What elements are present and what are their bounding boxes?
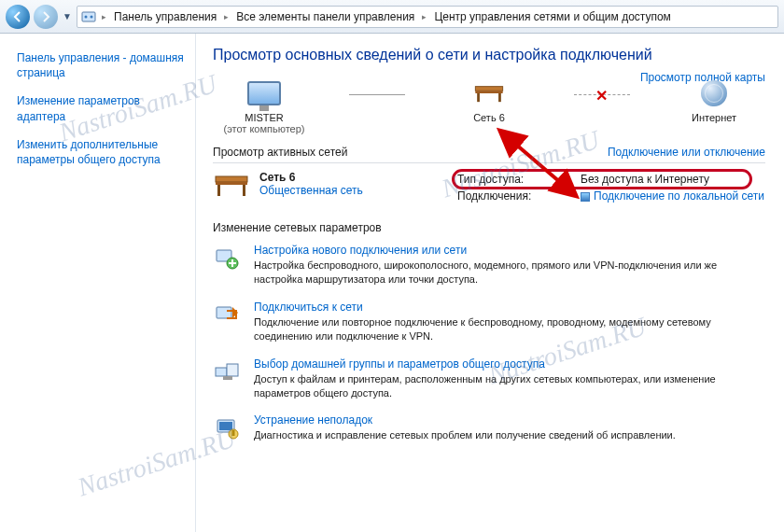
map-link-ok <box>349 94 405 95</box>
svg-rect-9 <box>217 185 220 196</box>
option-title[interactable]: Устранение неполадок <box>254 413 676 427</box>
troubleshoot-icon <box>213 413 241 441</box>
homegroup-icon <box>213 357 241 385</box>
address-bar[interactable]: ▸ Панель управления ▸ Все элементы панел… <box>77 6 778 28</box>
content-pane: Просмотр основных сведений о сети и наст… <box>196 34 784 532</box>
connection-link[interactable]: Подключение по локальной сети <box>581 188 764 204</box>
svg-rect-6 <box>498 93 501 102</box>
svg-point-1 <box>85 15 88 18</box>
bench-icon <box>213 171 250 201</box>
option-title[interactable]: Выбор домашней группы и параметров общег… <box>254 357 739 371</box>
svg-rect-14 <box>216 368 227 376</box>
node-pc-label: MISTER <box>213 112 315 123</box>
svg-rect-10 <box>243 185 245 196</box>
connect-network-icon <box>213 301 241 329</box>
active-networks-header-row: Просмотр активных сетей Подключение или … <box>213 146 765 159</box>
node-network-label: Сеть 6 <box>438 112 540 123</box>
network-type-link[interactable]: Общественная сеть <box>259 184 363 197</box>
svg-rect-4 <box>475 91 502 93</box>
breadcrumb-all-items[interactable]: Все элементы панели управления <box>234 10 416 23</box>
node-this-computer[interactable]: MISTER (этот компьютер) <box>213 77 315 134</box>
option-title[interactable]: Настройка нового подключения или сети <box>254 244 739 257</box>
globe-icon <box>701 80 727 106</box>
option-desc: Диагностика и исправление сетевых пробле… <box>254 428 676 442</box>
svg-point-2 <box>91 15 93 18</box>
node-internet-label: Интернет <box>663 112 765 123</box>
connection-error-icon: ✕ <box>595 87 608 105</box>
option-troubleshoot: Устранение неполадок Диагностика и испра… <box>213 413 765 442</box>
settings-header: Изменение сетевых параметров <box>213 221 765 234</box>
access-type-label: Тип доступа: <box>457 171 569 188</box>
option-new-connection: Настройка нового подключения или сети На… <box>213 244 765 287</box>
computer-icon <box>247 81 281 105</box>
svg-rect-16 <box>223 376 232 380</box>
network-map: Просмотр полной карты MISTER (этот компь… <box>213 77 765 134</box>
breadcrumb-network-center[interactable]: Центр управления сетями и общим доступом <box>432 10 673 23</box>
bench-icon <box>471 83 507 104</box>
svg-rect-5 <box>477 93 480 102</box>
option-homegroup: Выбор домашней группы и параметров общег… <box>213 357 765 401</box>
lan-icon <box>581 192 590 202</box>
new-connection-icon <box>213 244 241 272</box>
active-networks-label: Просмотр активных сетей <box>213 146 347 159</box>
nav-forward-button[interactable] <box>34 5 58 29</box>
option-connect-network: Подключиться к сети Подключение или повт… <box>213 301 765 344</box>
node-pc-sublabel: (этот компьютер) <box>213 123 315 134</box>
page-title: Просмотр основных сведений о сети и наст… <box>213 47 765 63</box>
nav-back-button[interactable] <box>6 5 30 29</box>
full-map-link[interactable]: Просмотр полной карты <box>640 71 765 84</box>
sidebar-sharing-link[interactable]: Изменить дополнительные параметры общего… <box>17 137 184 167</box>
sidebar-home-link[interactable]: Панель управления - домашняя страница <box>17 50 184 80</box>
sidebar-adapter-link[interactable]: Изменение параметров адаптера <box>17 93 184 123</box>
chevron-right-icon: ▸ <box>100 12 108 21</box>
toolbar: ▼ ▸ Панель управления ▸ Все элементы пан… <box>0 0 784 34</box>
svg-rect-3 <box>475 87 502 91</box>
svg-rect-7 <box>216 176 247 182</box>
svg-rect-0 <box>82 12 95 21</box>
sidebar: Панель управления - домашняя страница Из… <box>0 34 196 532</box>
option-title[interactable]: Подключиться к сети <box>254 301 739 314</box>
option-desc: Доступ к файлам и принтерам, расположенн… <box>254 372 739 401</box>
breadcrumb-control-panel[interactable]: Панель управления <box>112 10 218 23</box>
chevron-right-icon: ▸ <box>222 12 231 21</box>
nav-history-dropdown[interactable]: ▼ <box>62 11 73 21</box>
svg-rect-13 <box>217 307 231 318</box>
svg-rect-8 <box>216 182 247 185</box>
node-internet[interactable]: Интернет <box>663 77 765 134</box>
access-type-value: Без доступа к Интернету <box>581 171 709 188</box>
map-link-broken: ✕ <box>574 94 630 95</box>
active-network-block: Сеть 6 Общественная сеть Тип доступа: Бе… <box>213 171 765 204</box>
connections-label: Подключения: <box>457 188 569 204</box>
option-desc: Подключение или повторное подключение к … <box>254 315 739 344</box>
svg-rect-20 <box>232 430 235 436</box>
network-name: Сеть 6 <box>259 171 363 184</box>
connection-link-text: Подключение по локальной сети <box>594 189 764 203</box>
option-desc: Настройка беспроводного, широкополосного… <box>254 259 739 287</box>
svg-rect-18 <box>219 422 232 430</box>
connect-disconnect-link[interactable]: Подключение или отключение <box>608 146 765 159</box>
svg-rect-15 <box>227 364 238 376</box>
chevron-right-icon: ▸ <box>420 12 428 21</box>
divider <box>213 162 765 163</box>
control-panel-icon <box>81 9 96 24</box>
node-network[interactable]: Сеть 6 <box>438 77 540 134</box>
